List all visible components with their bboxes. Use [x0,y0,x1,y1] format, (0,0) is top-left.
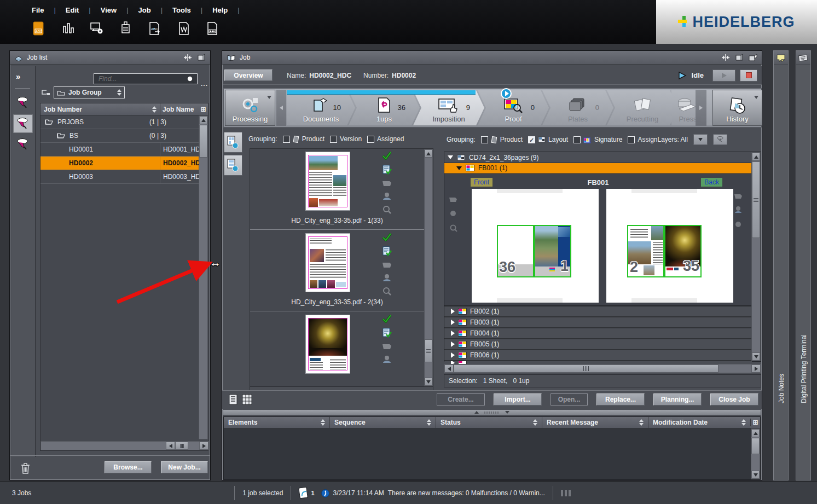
overview-tab[interactable]: Overview [224,69,273,81]
trash-icon[interactable] [21,462,30,474]
filter-funnel-1-icon[interactable] [16,96,30,110]
job-notes-tab[interactable]: Job Notes [773,50,789,480]
message-area[interactable]: 3/23/17 11:14 AM There are new messages:… [321,489,545,497]
back-sheet-preview[interactable]: 2 35 [606,189,733,303]
chart-tool-icon[interactable] [59,20,77,37]
maximize-panel-icon[interactable] [748,54,757,61]
search-icon[interactable] [186,75,195,84]
device-tool-icon[interactable] [117,20,135,37]
oneup-view-list-button[interactable] [224,132,242,153]
chain-step-1ups[interactable]: 36 1ups [349,90,420,125]
front-page-slot-1[interactable]: 1 [534,225,571,277]
sheets-hscrollbar[interactable] [444,364,761,373]
column-header-job-name[interactable]: Job Name [160,106,199,113]
sheet-row-fb004[interactable]: FB004 (1) [444,328,752,339]
job-group-row-bs[interactable]: BS (0 | 3) [40,129,208,143]
scroll-left-button[interactable] [166,442,175,450]
menu-help[interactable]: Help [207,5,233,15]
horizontal-splitter[interactable] [223,410,761,415]
scroll-thumb[interactable] [752,161,760,238]
column-modification-date[interactable]: Modification Date [648,417,750,428]
digital-printing-terminal-tab[interactable]: Digital Printing Terminal [796,50,811,480]
menu-job[interactable]: Job [133,5,157,15]
statusbar-grip[interactable] [553,490,571,496]
oneup-view-detail-button[interactable] [224,155,242,176]
find-input[interactable] [94,73,198,84]
planning-button[interactable]: Planning... [653,393,702,405]
grouping-product[interactable]: Product [481,136,523,143]
chain-step-precutting[interactable]: Precutting [607,90,678,125]
more-options-label[interactable]: ... [201,80,208,88]
oneup-item-2[interactable]: HD_City_eng_33-35.pdf - 2(34) [250,230,424,311]
scroll-thumb[interactable] [454,364,719,373]
column-config-icon[interactable]: ⊞ [750,419,760,426]
scroll-thumb[interactable] [425,339,432,362]
chain-step-plates[interactable]: 0 Plates [542,90,613,125]
sheet-row-fb005[interactable]: FB005 (1) [444,339,752,350]
front-sheet-preview[interactable]: 36 1 [472,189,599,303]
processing-button[interactable]: Processing [225,90,275,126]
create-button[interactable]: Create... [437,393,485,405]
open-button[interactable]: Open... [551,393,588,405]
history-button[interactable]: History [712,90,762,126]
job-notes-icon-box[interactable] [774,51,788,65]
column-status[interactable]: Status [436,417,542,428]
scroll-right-button[interactable] [751,364,761,373]
scroll-right-button[interactable] [199,442,208,450]
collapse-panel-icon[interactable] [721,54,730,61]
elements-table-vscrollbar[interactable] [751,428,760,479]
job-table-hscrollbar[interactable] [40,441,209,450]
document-w-icon[interactable] [175,20,193,37]
grouping-product[interactable]: Product [283,135,325,143]
sheet-filter-button[interactable] [713,134,727,145]
filter-funnel-3-icon[interactable] [16,137,30,152]
workstation-settings-icon[interactable] [88,20,106,37]
scroll-down-button[interactable] [752,352,760,361]
menu-view[interactable]: View [95,5,122,15]
start-button[interactable] [712,69,735,82]
column-recent-message[interactable]: Recent Message [542,417,648,428]
job-table-vscrollbar[interactable] [199,115,208,439]
layout-group-row[interactable]: CD74_2x1_36pages (9) [444,152,761,163]
menu-tools[interactable]: Tools [167,5,196,15]
back-page-slot-35[interactable]: 35 [664,225,702,277]
filter-funnel-2-selected[interactable] [13,114,33,133]
sheet-row-fb002[interactable]: FB002 (1) [444,306,752,317]
oneup-item-1[interactable]: HD_City_eng_33-35.pdf - 1(33) [250,149,424,230]
dpt-icon-box[interactable] [796,51,810,65]
expand-filters-button[interactable]: » [16,72,20,81]
sheet-row-fb006[interactable]: FB006 (1) [444,350,752,361]
group-selector-spinner[interactable] [117,89,121,96]
chain-step-documents[interactable]: 10 Documents [287,90,355,125]
scroll-down-button[interactable] [751,471,760,479]
stop-button[interactable] [740,69,757,82]
document-chain-icon[interactable] [204,20,222,37]
expanded-arrow-icon[interactable] [448,155,453,159]
job-row-hd0002-selected[interactable]: HD0002 HD0002_HD [40,157,208,170]
chain-step-proof[interactable]: 0 Proof [478,90,549,125]
grouping-layout[interactable]: ✓ Layout [528,136,568,143]
column-elements[interactable]: Elements [224,417,330,428]
new-job-button[interactable]: New Job... [161,461,208,473]
menu-file[interactable]: File [26,5,49,15]
scroll-thumb[interactable] [199,125,207,158]
scroll-down-button[interactable] [425,378,432,386]
grouping-assigned[interactable]: Assigned [367,135,404,143]
job-group-row-prjobs[interactable]: PRJOBS (1 | 3) [40,115,208,129]
scroll-thumb[interactable] [751,438,760,454]
replace-button[interactable]: Replace... [596,393,645,405]
back-side-label[interactable]: Back [701,178,722,187]
import-document-icon[interactable]: ABC [146,20,164,37]
layers-dropdown-button[interactable] [693,134,708,145]
job-row-hd0001[interactable]: HD0001 HD0001_HD [40,143,208,157]
scroll-up-button[interactable] [199,116,207,124]
scroll-up-button[interactable] [752,153,760,161]
scroll-up-button[interactable] [751,429,760,437]
expanded-arrow-icon[interactable] [456,166,462,170]
menu-edit[interactable]: Edit [60,5,85,15]
undock-panel-icon[interactable] [734,54,744,61]
chain-scroll-right[interactable] [696,90,706,126]
scroll-thumb[interactable] [175,442,188,450]
view-list-toggle-icon[interactable] [229,394,239,407]
chain-step-imposition[interactable]: 9 Imposition [413,90,484,125]
